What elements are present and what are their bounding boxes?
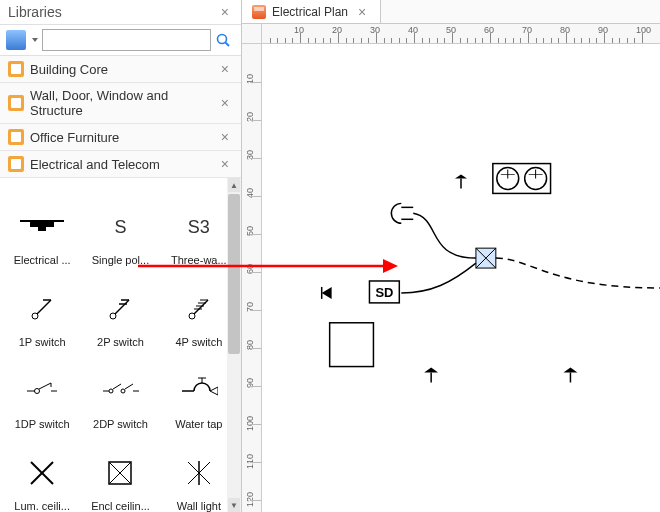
shape-water-tap[interactable]: Water tap bbox=[161, 352, 237, 430]
svg-point-24 bbox=[109, 389, 113, 393]
close-category-icon[interactable]: × bbox=[217, 129, 233, 145]
encl-ceiling-icon bbox=[97, 450, 143, 496]
pin-symbol[interactable] bbox=[563, 368, 577, 383]
svg-line-6 bbox=[37, 300, 51, 314]
svg-line-27 bbox=[125, 384, 133, 389]
library-picker-button[interactable] bbox=[6, 30, 26, 50]
close-category-icon[interactable]: × bbox=[217, 156, 233, 172]
shape-wall-light[interactable]: Wall light bbox=[161, 434, 237, 512]
tab-bar: Electrical Plan × bbox=[242, 0, 660, 24]
shape-2p-switch[interactable]: 2P switch bbox=[82, 270, 158, 348]
dropdown-icon[interactable] bbox=[32, 38, 38, 42]
svg-rect-4 bbox=[38, 227, 46, 231]
shape-label: 1DP switch bbox=[8, 418, 76, 430]
category-electrical-telecom[interactable]: Electrical and Telecom × bbox=[0, 151, 241, 178]
shape-three-way[interactable]: S3 Three-wa... bbox=[161, 188, 237, 266]
category-label: Building Core bbox=[30, 62, 217, 77]
shape-1dp-switch[interactable]: 1DP switch bbox=[4, 352, 80, 430]
2p-switch-icon bbox=[97, 286, 143, 332]
svg-marker-56 bbox=[322, 287, 332, 299]
dashed-wire[interactable] bbox=[496, 258, 660, 288]
close-category-icon[interactable]: × bbox=[217, 95, 233, 111]
shape-label: Water tap bbox=[165, 418, 233, 430]
shape-encl-ceiling[interactable]: Encl ceilin... bbox=[82, 434, 158, 512]
category-label: Wall, Door, Window and Structure bbox=[30, 88, 217, 118]
shape-2dp-switch[interactable]: 2DP switch bbox=[82, 352, 158, 430]
diode-symbol[interactable] bbox=[322, 287, 332, 299]
shape-lum-ceiling[interactable]: Lum. ceili... bbox=[4, 434, 80, 512]
svg-line-20 bbox=[39, 383, 51, 389]
scroll-up-icon[interactable]: ▲ bbox=[228, 178, 240, 192]
close-category-icon[interactable]: × bbox=[217, 61, 233, 77]
search-input[interactable] bbox=[42, 29, 211, 51]
category-building-core[interactable]: Building Core × bbox=[0, 56, 241, 83]
category-label: Office Furniture bbox=[30, 130, 217, 145]
wall-light-icon bbox=[176, 450, 222, 496]
1dp-switch-icon bbox=[19, 368, 65, 414]
svg-marker-59 bbox=[424, 368, 438, 373]
ruler-vertical[interactable]: 102030405060708090100110120 bbox=[242, 44, 262, 512]
svg-point-0 bbox=[218, 35, 227, 44]
scrollbar[interactable]: ▲ ▼ bbox=[227, 178, 241, 512]
folder-icon bbox=[8, 61, 24, 77]
svg-line-1 bbox=[226, 43, 230, 47]
shape-4p-switch[interactable]: 4P switch bbox=[161, 270, 237, 348]
svg-rect-3 bbox=[30, 221, 54, 227]
svg-marker-32 bbox=[210, 387, 218, 395]
canvas-svg: SD bbox=[262, 44, 660, 512]
wire[interactable] bbox=[413, 213, 476, 258]
sd-symbol[interactable]: SD bbox=[369, 281, 399, 303]
svg-rect-43 bbox=[493, 164, 551, 194]
shape-label: Lum. ceili... bbox=[8, 500, 76, 512]
search-button[interactable] bbox=[211, 29, 235, 51]
gauge-pair-symbol[interactable] bbox=[493, 164, 551, 194]
electrical-icon bbox=[19, 204, 65, 250]
1p-switch-icon bbox=[19, 286, 65, 332]
square-symbol[interactable] bbox=[330, 323, 374, 367]
shape-label: 1P switch bbox=[8, 336, 76, 348]
2dp-switch-icon bbox=[97, 368, 143, 414]
shape-label: 4P switch bbox=[165, 336, 233, 348]
folder-icon bbox=[8, 156, 24, 172]
pin-symbol[interactable] bbox=[424, 368, 438, 383]
plug-symbol[interactable] bbox=[391, 203, 413, 223]
svg-line-9 bbox=[115, 300, 129, 314]
panel-title: Libraries bbox=[8, 4, 217, 20]
tab-electrical-plan[interactable]: Electrical Plan × bbox=[242, 0, 381, 23]
shapes-grid: Electrical ... S Single pol... S3 Three-… bbox=[0, 178, 241, 512]
svg-line-13 bbox=[194, 300, 208, 314]
junction-box-symbol[interactable] bbox=[476, 248, 496, 268]
svg-marker-42 bbox=[455, 175, 467, 179]
shape-electrical[interactable]: Electrical ... bbox=[4, 188, 80, 266]
shape-single-pole[interactable]: S Single pol... bbox=[82, 188, 158, 266]
shape-label: 2P switch bbox=[86, 336, 154, 348]
svg-point-26 bbox=[121, 389, 125, 393]
shape-label: Wall light bbox=[165, 500, 233, 512]
category-office-furniture[interactable]: Office Furniture × bbox=[0, 124, 241, 151]
annotation-arrow bbox=[138, 256, 398, 276]
pin-symbol[interactable] bbox=[455, 175, 467, 189]
scroll-down-icon[interactable]: ▼ bbox=[228, 498, 240, 512]
three-way-icon: S3 bbox=[176, 204, 222, 250]
folder-icon bbox=[8, 129, 24, 145]
folder-icon bbox=[8, 95, 24, 111]
sd-label: SD bbox=[375, 285, 393, 300]
svg-line-25 bbox=[113, 384, 121, 389]
close-tab-icon[interactable]: × bbox=[354, 4, 370, 20]
shapes-area: Electrical ... S Single pol... S3 Three-… bbox=[0, 178, 241, 512]
shape-label: Encl ceilin... bbox=[86, 500, 154, 512]
panel-header: Libraries × bbox=[0, 0, 241, 25]
document-icon bbox=[252, 5, 266, 19]
wire[interactable] bbox=[401, 263, 476, 293]
close-panel-icon[interactable]: × bbox=[217, 4, 233, 20]
single-pole-icon: S bbox=[97, 204, 143, 250]
drawing-canvas[interactable]: SD bbox=[262, 44, 660, 512]
svg-point-19 bbox=[35, 389, 40, 394]
shape-1p-switch[interactable]: 1P switch bbox=[4, 270, 80, 348]
svg-marker-63 bbox=[383, 259, 398, 273]
search-icon bbox=[215, 32, 231, 48]
shape-label: 2DP switch bbox=[86, 418, 154, 430]
ruler-horizontal[interactable]: 102030405060708090100 bbox=[262, 24, 660, 44]
category-wall-door-window[interactable]: Wall, Door, Window and Structure × bbox=[0, 83, 241, 124]
tab-label: Electrical Plan bbox=[272, 5, 348, 19]
